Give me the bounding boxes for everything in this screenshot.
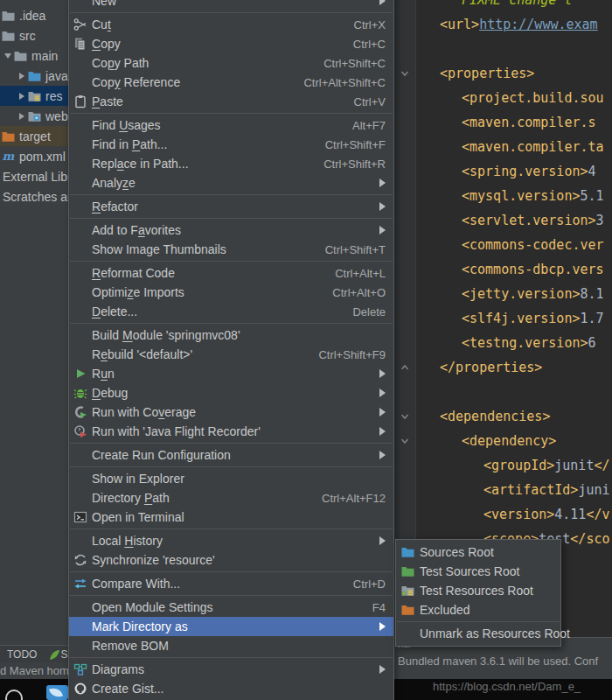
expand-arrow-icon[interactable] [16, 73, 28, 80]
tab-fragment[interactable]: S [60, 648, 67, 661]
fold-open-marker-icon[interactable] [399, 410, 411, 423]
menu-item-local-history[interactable]: Local History [69, 531, 393, 550]
menu-item-shortcut: F4 [372, 601, 386, 614]
code-token-text: 4 [588, 164, 596, 179]
code-line: <dependency> [418, 429, 612, 453]
menu-item-open-module-settings[interactable]: Open Module SettingsF4 [69, 598, 393, 617]
code-token-tag: <slf4j.version> [462, 311, 580, 326]
menu-item-debug[interactable]: Debug [69, 383, 393, 402]
menu-item-run-with-coverage[interactable]: Run with Coverage [69, 402, 393, 422]
menu-item-label: Optimize Imports [92, 285, 184, 299]
menu-item-label: Copy [92, 37, 121, 51]
tree-item-target[interactable]: target [0, 126, 68, 146]
menu-item-cut[interactable]: CutCtrl+X [69, 15, 393, 34]
menu-item-reformat-code[interactable]: Reformat CodeCtrl+Alt+L [69, 263, 393, 283]
menu-item-label: Copy Reference [92, 75, 180, 89]
code-token-tag: </v [586, 507, 609, 522]
event-log-fragment: d Maven hom [0, 662, 68, 679]
todo-tab[interactable]: TODO [0, 648, 37, 661]
code-token-tag: <artifactId> [483, 482, 578, 498]
menu-item-delete[interactable]: Delete...Delete [69, 302, 393, 321]
menu-item-create-run-configuration[interactable]: Create Run Configuration [69, 445, 393, 465]
menu-separator [70, 218, 393, 219]
code-token-text: 3 [596, 213, 604, 228]
menu-item-remove-bom[interactable]: Remove BOM [69, 636, 393, 655]
tree-item-web[interactable]: web [0, 106, 68, 126]
menu-item-refactor[interactable]: Refactor [69, 197, 393, 216]
tree-item-java[interactable]: java [0, 66, 68, 86]
menu-item-diagrams[interactable]: Diagrams [69, 660, 393, 679]
menu-item-mark-directory-as[interactable]: Mark Directory as [69, 617, 393, 636]
submenu-arrow-icon [379, 622, 386, 631]
fold-close-marker-icon[interactable] [399, 361, 411, 374]
tree-item-src[interactable]: src [0, 25, 68, 46]
menu-item-find-usages[interactable]: Find UsagesAlt+F7 [69, 116, 393, 135]
code-token-tag: <maven.compiler.s [462, 115, 596, 130]
code-line: <dependencies> [418, 404, 612, 429]
folder-icon [2, 10, 17, 22]
menu-item-shortcut: Ctrl+D [353, 578, 386, 591]
expand-arrow-icon[interactable] [16, 93, 28, 100]
menu-item-compare-with[interactable]: Compare With...Ctrl+D [69, 574, 393, 593]
submenu-arrow-icon [379, 369, 386, 378]
menu-item-copy[interactable]: CopyCtrl+C [69, 34, 393, 53]
menu-item-rebuild-default[interactable]: Rebuild '<default>'Ctrl+Shift+F9 [69, 345, 393, 364]
collapse-arrow-icon[interactable] [2, 53, 14, 59]
menu-item-analyze[interactable]: Analyze [69, 173, 393, 192]
menu-item-label: Local History [92, 534, 163, 548]
menu-item-copy-path[interactable]: Copy PathCtrl+Shift+C [69, 53, 393, 73]
menu-item-open-in-terminal[interactable]: Open in Terminal [69, 508, 393, 527]
menu-item-build-module-springmvc08[interactable]: Build Module 'springmvc08' [69, 326, 393, 345]
menu-item-excluded[interactable]: Excluded [396, 600, 560, 620]
tree-item-pom-xml[interactable]: mpom.xml [0, 146, 68, 166]
menu-item-optimize-imports[interactable]: Optimize ImportsCtrl+Alt+O [69, 283, 393, 302]
jfr-icon [73, 424, 92, 438]
code-line [418, 37, 612, 61]
code-line: <version>4.11</v [418, 502, 612, 527]
menu-item-run[interactable]: Run [69, 364, 393, 383]
menu-item-run-with-java-flight-recorder[interactable]: Run with 'Java Flight Recorder' [69, 422, 393, 441]
menu-item-test-resources-root[interactable]: Test Resources Root [396, 581, 560, 600]
code-token-tag: <mysql.version> [462, 188, 580, 204]
menu-item-shortcut: Ctrl+X [354, 18, 386, 32]
tree-item-res[interactable]: res [0, 86, 68, 106]
submenu-arrow-icon [379, 427, 386, 436]
test-resources-folder-icon [401, 584, 420, 597]
fold-open-marker-icon[interactable] [399, 435, 411, 447]
menu-item-sources-root[interactable]: Sources Root [396, 542, 560, 562]
menu-item-label: Test Sources Root [420, 564, 519, 578]
menu-item-synchronize-resource[interactable]: Synchronize 'resource' [69, 550, 393, 570]
menu-item-shortcut: Ctrl+Alt+F12 [322, 492, 386, 505]
code-token-link[interactable]: http://www.exam [479, 17, 597, 32]
expand-arrow-icon[interactable] [16, 113, 28, 120]
menu-item-replace-in-path[interactable]: Replace in Path...Ctrl+Shift+R [69, 154, 393, 173]
menu-item-label: Run with 'Java Flight Recorder' [92, 424, 261, 438]
menu-item-show-image-thumbnails[interactable]: Show Image ThumbnailsCtrl+Shift+T [69, 240, 393, 259]
code-token-tag: </ [594, 458, 609, 473]
fold-open-marker-icon[interactable] [399, 67, 411, 80]
code-line: </properties> [418, 355, 612, 380]
menu-item-paste[interactable]: PasteCtrl+V [69, 92, 393, 111]
java-folder-icon [28, 70, 44, 82]
menu-item-add-to-favorites[interactable]: Add to Favorites [69, 220, 393, 240]
menu-item-unmark-as-resources-root[interactable]: Unmark as Resources Root [396, 624, 560, 643]
bottom-tool-bar: TODO S [0, 645, 68, 663]
code-line: <properties> [418, 61, 612, 86]
code-line [418, 380, 612, 404]
menu-item-label: Diagrams [92, 662, 144, 676]
menu-item-directory-path[interactable]: Directory PathCtrl+Alt+F12 [69, 488, 393, 508]
code-line: <project.build.sou [418, 86, 612, 110]
code-token-tag: <version> [483, 507, 554, 522]
menu-item-test-sources-root[interactable]: Test Sources Root [396, 562, 560, 581]
menu-item-copy-reference[interactable]: Copy ReferenceCtrl+Alt+Shift+C [69, 73, 393, 92]
tree-item-external-libr[interactable]: External Libr [0, 166, 68, 186]
tree-item-main[interactable]: main [0, 46, 68, 66]
tree-item-idea[interactable]: .idea [0, 5, 68, 25]
menu-item-show-in-explorer[interactable]: Show in Explorer [69, 469, 393, 488]
menu-item-new[interactable]: New [69, 0, 393, 10]
tree-item-scratches-an[interactable]: Scratches an [0, 186, 68, 206]
scissors-icon [73, 18, 92, 32]
code-token-tag: <servlet.version> [462, 213, 596, 228]
menu-item-create-gist[interactable]: Create Gist... [69, 679, 393, 698]
menu-item-find-in-path[interactable]: Find in Path...Ctrl+Shift+F [69, 135, 393, 154]
